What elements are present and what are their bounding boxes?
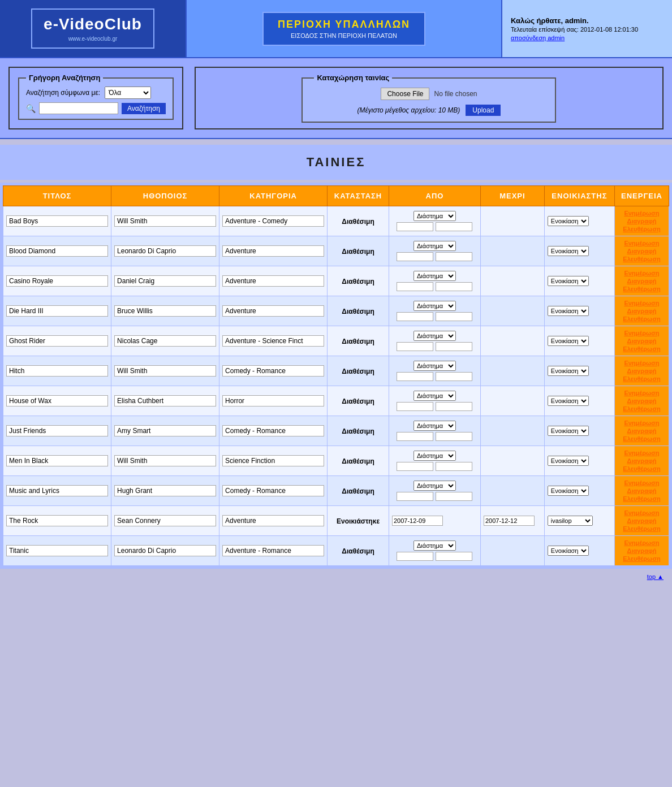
from-date-input[interactable] bbox=[397, 402, 433, 411]
to-date-input[interactable] bbox=[436, 282, 472, 291]
diasthma-select[interactable]: Διάστημα bbox=[413, 481, 456, 491]
actor-input[interactable] bbox=[114, 395, 216, 407]
release-link[interactable]: Ελευθέρωση bbox=[623, 525, 660, 532]
logout-link[interactable]: αποσύνδεση admin bbox=[511, 34, 664, 41]
actor-input[interactable] bbox=[114, 515, 216, 526]
actor-input[interactable] bbox=[114, 485, 216, 496]
to-date-input[interactable] bbox=[436, 342, 472, 351]
release-link[interactable]: Ελευθέρωση bbox=[623, 345, 660, 352]
category-input[interactable] bbox=[222, 215, 324, 227]
delete-link[interactable]: Διαγραφή bbox=[627, 278, 656, 284]
rental-select[interactable]: Ενοικίαση bbox=[548, 366, 589, 376]
diasthma-select[interactable]: Διάστημα bbox=[413, 361, 456, 371]
title-input[interactable] bbox=[6, 485, 108, 496]
diasthma-select[interactable]: Διάστημα bbox=[413, 451, 456, 461]
category-input[interactable] bbox=[222, 275, 324, 287]
actor-input[interactable] bbox=[114, 215, 216, 227]
title-input[interactable] bbox=[6, 455, 108, 466]
rental-select[interactable]: Ενοικίαση bbox=[548, 306, 589, 316]
category-input[interactable] bbox=[222, 425, 324, 436]
top-link[interactable]: top ▲ bbox=[647, 573, 664, 580]
to-date-input[interactable] bbox=[436, 312, 472, 321]
actor-input[interactable] bbox=[114, 335, 216, 347]
title-input[interactable] bbox=[6, 215, 108, 227]
delete-link[interactable]: Διαγραφή bbox=[627, 547, 656, 554]
from-date-input[interactable] bbox=[397, 372, 433, 381]
update-link[interactable]: Ενημέρωση bbox=[624, 390, 659, 396]
delete-link[interactable]: Διαγραφή bbox=[627, 218, 656, 224]
to-date-input[interactable] bbox=[436, 462, 472, 471]
category-input[interactable] bbox=[222, 365, 324, 377]
delete-link[interactable]: Διαγραφή bbox=[627, 308, 656, 314]
category-input[interactable] bbox=[222, 455, 324, 466]
to-date-input[interactable] bbox=[436, 492, 472, 501]
until-date-input[interactable] bbox=[484, 516, 535, 526]
search-button[interactable]: Αναζήτηση bbox=[122, 103, 166, 114]
category-input[interactable] bbox=[222, 395, 324, 407]
title-input[interactable] bbox=[6, 245, 108, 257]
from-date-input[interactable] bbox=[397, 342, 433, 351]
update-link[interactable]: Ενημέρωση bbox=[624, 539, 659, 546]
from-date-input[interactable] bbox=[397, 462, 433, 471]
from-date-input[interactable] bbox=[397, 222, 433, 231]
to-date-input[interactable] bbox=[436, 432, 472, 441]
to-date-input[interactable] bbox=[436, 372, 472, 381]
update-link[interactable]: Ενημέρωση bbox=[624, 449, 659, 456]
update-link[interactable]: Ενημέρωση bbox=[624, 509, 659, 516]
category-input[interactable] bbox=[222, 545, 324, 556]
release-link[interactable]: Ελευθέρωση bbox=[623, 256, 660, 262]
choose-file-button[interactable]: Choose File bbox=[381, 88, 429, 100]
diasthma-select[interactable]: Διάστημα bbox=[413, 241, 456, 251]
rental-select[interactable]: Ενοικίαση bbox=[548, 456, 589, 466]
update-link[interactable]: Ενημέρωση bbox=[624, 270, 659, 276]
actor-input[interactable] bbox=[114, 545, 216, 556]
release-link[interactable]: Ελευθέρωση bbox=[623, 405, 660, 412]
diasthma-select[interactable]: Διάστημα bbox=[413, 421, 456, 431]
rental-select[interactable]: Ενοικίαση bbox=[548, 336, 589, 346]
category-input[interactable] bbox=[222, 485, 324, 496]
rental-select[interactable]: Ενοικίαση bbox=[548, 546, 589, 556]
diasthma-select[interactable]: Διάστημα bbox=[413, 211, 456, 221]
update-link[interactable]: Ενημέρωση bbox=[624, 240, 659, 247]
release-link[interactable]: Ελευθέρωση bbox=[623, 226, 660, 232]
release-link[interactable]: Ελευθέρωση bbox=[623, 465, 660, 472]
delete-link[interactable]: Διαγραφή bbox=[627, 397, 656, 404]
diasthma-select[interactable]: Διάστημα bbox=[413, 391, 456, 401]
title-input[interactable] bbox=[6, 305, 108, 317]
delete-link[interactable]: Διαγραφή bbox=[627, 248, 656, 254]
from-date-input[interactable] bbox=[397, 552, 433, 561]
renter-select[interactable]: ivasilop bbox=[548, 516, 593, 526]
from-date-input[interactable] bbox=[397, 252, 433, 261]
update-link[interactable]: Ενημέρωση bbox=[624, 210, 659, 217]
upload-button[interactable]: Upload bbox=[466, 105, 501, 116]
title-input[interactable] bbox=[6, 515, 108, 526]
category-input[interactable] bbox=[222, 245, 324, 257]
rental-select[interactable]: Ενοικίαση bbox=[548, 426, 589, 436]
from-date-input[interactable] bbox=[397, 282, 433, 291]
release-link[interactable]: Ελευθέρωση bbox=[623, 315, 660, 322]
rental-select[interactable]: Ενοικίαση bbox=[548, 246, 589, 256]
rental-select[interactable]: Ενοικίαση bbox=[548, 276, 589, 286]
from-date-input[interactable] bbox=[397, 432, 433, 441]
category-input[interactable] bbox=[222, 305, 324, 317]
diasthma-select[interactable]: Διάστημα bbox=[413, 540, 456, 551]
title-input[interactable] bbox=[6, 335, 108, 347]
diasthma-select[interactable]: Διάστημα bbox=[413, 331, 456, 341]
title-input[interactable] bbox=[6, 365, 108, 377]
diasthma-select[interactable]: Διάστημα bbox=[413, 271, 456, 281]
update-link[interactable]: Ενημέρωση bbox=[624, 360, 659, 366]
delete-link[interactable]: Διαγραφή bbox=[627, 427, 656, 434]
release-link[interactable]: Ελευθέρωση bbox=[623, 286, 660, 292]
employee-area-section[interactable]: ΠΕΡΙΟΧΗ ΥΠΑΛΛΗΛΩΝ ΕΙΣΟΔΟΣ ΣΤΗΝ ΠΕΡΙΟΧΗ Π… bbox=[187, 0, 502, 57]
from-date-input[interactable] bbox=[392, 516, 443, 526]
update-link[interactable]: Ενημέρωση bbox=[624, 479, 659, 486]
release-link[interactable]: Ελευθέρωση bbox=[623, 375, 660, 382]
from-date-input[interactable] bbox=[397, 492, 433, 501]
to-date-input[interactable] bbox=[436, 252, 472, 261]
actor-input[interactable] bbox=[114, 275, 216, 287]
release-link[interactable]: Ελευθέρωση bbox=[623, 495, 660, 502]
title-input[interactable] bbox=[6, 395, 108, 407]
rental-select[interactable]: Ενοικίαση bbox=[548, 396, 589, 406]
from-date-input[interactable] bbox=[397, 312, 433, 321]
actor-input[interactable] bbox=[114, 455, 216, 466]
